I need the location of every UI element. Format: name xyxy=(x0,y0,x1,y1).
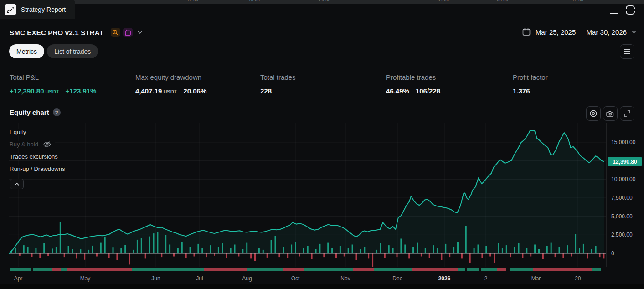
runup-segment xyxy=(132,268,204,271)
drawdown-segment xyxy=(412,268,458,271)
strategy-name: SMC EXEC PRO v2.1 STRAT xyxy=(10,29,103,36)
metric-total-trades: Total trades 228 xyxy=(260,73,296,95)
price-axis-label: 2,500.00 xyxy=(611,232,633,238)
time-axis-label: Aug xyxy=(242,275,252,282)
metric-label: Total P&L xyxy=(10,73,96,81)
bottom-band xyxy=(0,284,644,289)
chart-settings-button[interactable] xyxy=(586,106,601,121)
metric-total-pnl: Total P&L +12,390.80USDT+123.91% xyxy=(10,73,96,95)
price-axis-label: 15,000.00 xyxy=(611,139,635,145)
drawdown-segment xyxy=(497,268,506,271)
current-equity-badge: 12,390.80 xyxy=(608,157,642,166)
price-axis-label: 7,500.00 xyxy=(611,195,633,201)
minimize-icon[interactable] xyxy=(609,5,618,15)
legend-label: Run-up / Drawdowns xyxy=(10,165,65,172)
runup-segment xyxy=(458,268,465,271)
metric-label: Max equity drawdown xyxy=(135,73,206,81)
chart-fullscreen-button[interactable] xyxy=(620,106,634,121)
date-range-text: Mar 25, 2025 — Mar 30, 2026 xyxy=(536,28,627,36)
equity-chart-title: Equity chart xyxy=(10,108,49,116)
strategy-dropdown-chevron-icon[interactable] xyxy=(137,31,143,34)
runup-segment xyxy=(510,268,533,271)
runup-segment xyxy=(592,268,601,271)
time-axis-label: Jul xyxy=(196,275,203,282)
calendar-badge-icon[interactable] xyxy=(123,28,133,37)
tab-strategy-report[interactable]: Strategy Report xyxy=(0,0,75,19)
time-axis[interactable]: AprMayJunJulAugOctNovDec20262Mar20 xyxy=(0,275,644,283)
runup-segment xyxy=(304,268,353,271)
deep-backtest-icon[interactable] xyxy=(111,28,120,37)
drawdown-segment xyxy=(204,268,247,271)
tab-metrics[interactable]: Metrics xyxy=(9,44,44,58)
drawdown-segment xyxy=(353,268,374,271)
gear-icon xyxy=(589,109,598,118)
clipped-time-label: 04:00 xyxy=(438,0,449,2)
tab-list-of-trades[interactable]: List of trades xyxy=(47,44,98,58)
legend-label: Buy & hold xyxy=(10,141,38,148)
strategy-tester-icon xyxy=(5,4,16,15)
rows-icon xyxy=(623,48,631,55)
clipped-time-label: 16:00 xyxy=(248,0,260,2)
runup-segment xyxy=(10,268,31,271)
legend-buy-and-hold[interactable]: Buy & hold xyxy=(10,141,55,148)
calendar-icon xyxy=(522,27,531,36)
price-axis-label: 0 xyxy=(611,250,614,257)
time-axis-label: Dec xyxy=(392,275,402,282)
runup-segment xyxy=(481,268,497,271)
equity-chart-plot[interactable] xyxy=(9,123,606,267)
price-axis[interactable]: 15,000.0010,000.007,500.005,000.002,500.… xyxy=(606,123,644,267)
time-axis-label: Nov xyxy=(340,275,350,282)
time-axis-label: 20 xyxy=(575,275,581,282)
date-dropdown-chevron-icon xyxy=(631,30,637,34)
metric-label: Profitable trades xyxy=(386,73,440,81)
metric-label: Profit factor xyxy=(513,73,548,81)
tab-title: Strategy Report xyxy=(21,6,66,13)
eye-off-icon[interactable] xyxy=(43,141,52,148)
metric-label: Total trades xyxy=(260,73,296,81)
chevron-up-icon xyxy=(14,182,20,186)
legend-label: Trades excursions xyxy=(10,153,58,160)
metric-max-drawdown: Max equity drawdown 4,407.19USDT20.06% xyxy=(135,73,206,95)
drawdown-segment xyxy=(52,268,61,271)
clipped-time-label: 20:00 xyxy=(319,0,330,2)
legend-equity[interactable]: Equity xyxy=(10,129,30,135)
runup-segment xyxy=(33,268,52,271)
strategy-report-window: 12:0016:0020:0004:0008:0012:00 Strategy … xyxy=(0,0,644,289)
clipped-time-label: 08:00 xyxy=(497,0,508,2)
time-axis-label: Jun xyxy=(151,275,160,282)
fullscreen-icon xyxy=(623,109,631,118)
time-axis-label: 2 xyxy=(484,275,488,282)
price-axis-label: 10,000.00 xyxy=(611,176,635,182)
metric-value: 4,407.19 xyxy=(135,87,162,95)
metric-profitable-trades: Profitable trades 46.49%106/228 xyxy=(386,73,440,95)
legend-collapse-button[interactable] xyxy=(10,179,24,189)
runup-segment xyxy=(61,268,67,271)
drawdown-segment xyxy=(533,268,592,271)
clipped-time-label: 12:00 xyxy=(572,0,583,2)
legend-runup-drawdowns[interactable]: Run-up / Drawdowns xyxy=(10,165,68,172)
legend-label: Equity xyxy=(10,129,26,135)
time-axis-label: Mar xyxy=(531,275,541,282)
layout-list-button[interactable] xyxy=(620,44,634,59)
drawdown-segment xyxy=(283,268,304,271)
time-axis-label: Oct xyxy=(291,275,300,282)
chart-snapshot-button[interactable] xyxy=(603,106,618,121)
time-axis-label: May xyxy=(80,275,91,282)
background-chart-strip: 12:0016:0020:0004:0008:0012:00 xyxy=(0,0,644,4)
clipped-time-label: 12:00 xyxy=(187,0,198,2)
help-icon[interactable]: ? xyxy=(53,108,61,116)
time-axis-label: 2026 xyxy=(438,275,451,282)
legend-trades-excursions[interactable]: Trades excursions xyxy=(10,153,62,160)
runup-segment xyxy=(467,268,479,271)
metric-value: 228 xyxy=(260,87,272,95)
runup-segment xyxy=(374,268,412,271)
date-range-picker[interactable]: Mar 25, 2025 — Mar 30, 2026 xyxy=(522,27,637,36)
runup-segment xyxy=(247,268,283,271)
metric-profit-factor: Profit factor 1.376 xyxy=(513,73,548,95)
drawdown-segment xyxy=(67,268,132,271)
camera-icon xyxy=(606,109,614,118)
maximize-icon[interactable] xyxy=(625,5,636,15)
price-axis-label: 5,000.00 xyxy=(611,213,633,220)
metric-value: 46.49% xyxy=(386,87,409,95)
metric-value: +12,390.80 xyxy=(10,87,44,95)
